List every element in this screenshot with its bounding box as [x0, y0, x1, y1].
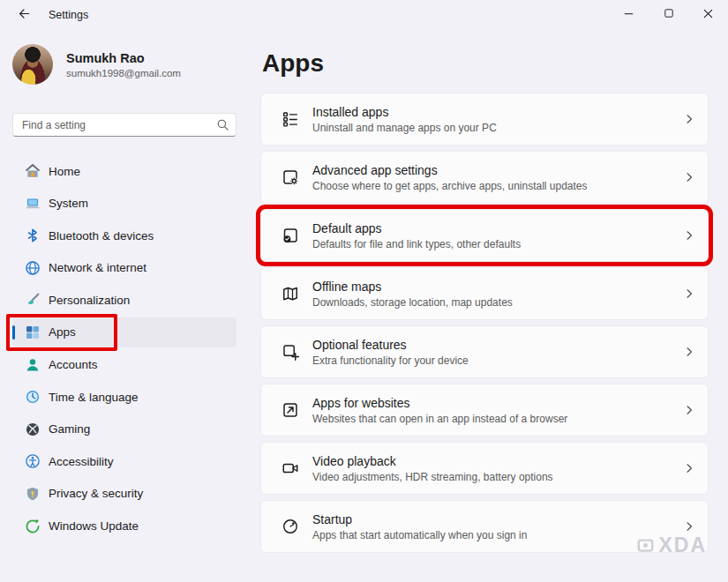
sidebar-item-network-internet[interactable]: Network & internet [12, 253, 236, 283]
sidebar-item-time-language[interactable]: Time & language [12, 382, 236, 412]
window-title: Settings [49, 9, 88, 21]
sidebar-nav: Home System Bluetooth & devices Network … [12, 156, 236, 541]
back-button[interactable] [11, 4, 36, 26]
card-subtitle: Defaults for file and link types, other … [312, 238, 671, 250]
user-profile[interactable]: Sumukh Rao sumukh1998@gmail.com [12, 44, 236, 85]
card-title: Optional features [312, 338, 671, 352]
card-title: Offline maps [312, 280, 671, 294]
card-installed-apps[interactable]: Installed apps Uninstall and manage apps… [260, 93, 709, 146]
sidebar-item-gaming[interactable]: Gaming [12, 414, 236, 444]
sidebar-item-label: Network & internet [49, 261, 146, 274]
card-title: Startup [312, 512, 671, 526]
card-subtitle: Websites that can open in an app instead… [312, 413, 671, 425]
card-video-playback[interactable]: Video playback Video adjustments, HDR st… [260, 442, 709, 495]
card-text: Default apps Defaults for file and link … [312, 221, 671, 250]
chevron-right-icon [683, 229, 695, 242]
time-language-icon [25, 389, 41, 405]
window-close-button[interactable] [688, 0, 728, 30]
window-maximize-button[interactable] [649, 0, 688, 30]
sidebar-item-windows-update[interactable]: Windows Update [12, 511, 236, 541]
card-title: Advanced app settings [312, 163, 671, 177]
sidebar-item-label: Time & language [49, 391, 139, 404]
optional-features-icon [281, 343, 300, 361]
card-text: Video playback Video adjustments, HDR st… [312, 454, 671, 483]
window-minimize-button[interactable] [609, 0, 649, 30]
sidebar-item-accessibility[interactable]: Accessibility [12, 446, 236, 476]
search-input[interactable] [12, 113, 236, 137]
card-advanced-app-settings[interactable]: Advanced app settings Choose where to ge… [260, 151, 709, 204]
profile-text: Sumukh Rao sumukh1998@gmail.com [66, 51, 181, 78]
card-apps-for-websites[interactable]: Apps for websites Websites that can open… [260, 384, 709, 436]
page-title: Apps [262, 48, 709, 78]
advanced-app-settings-icon [281, 168, 300, 186]
sidebar-item-personalization[interactable]: Personalization [12, 285, 236, 315]
apps-icon [25, 325, 41, 340]
card-text: Optional features Extra functionality fo… [312, 338, 671, 367]
installed-apps-icon [281, 110, 300, 128]
chevron-right-icon [683, 462, 695, 474]
card-default-apps[interactable]: Default apps Defaults for file and link … [260, 209, 709, 262]
sidebar-item-apps[interactable]: Apps [12, 317, 236, 347]
video-playback-icon [281, 459, 300, 477]
chevron-right-icon [683, 404, 695, 416]
avatar [12, 44, 53, 85]
sidebar-item-label: System [49, 197, 88, 210]
apps-for-websites-icon [281, 401, 300, 419]
sidebar-item-label: Privacy & security [49, 487, 143, 500]
chevron-right-icon [683, 287, 695, 300]
search-box [12, 113, 236, 137]
bluetooth-icon [25, 228, 41, 243]
settings-cards: Installed apps Uninstall and manage apps… [260, 93, 709, 553]
home-icon [25, 163, 41, 179]
card-text: Apps for websites Websites that can open… [312, 396, 671, 425]
window-controls [609, 0, 728, 30]
card-subtitle: Uninstall and manage apps on your PC [312, 122, 671, 134]
chevron-right-icon [683, 520, 695, 533]
sidebar-item-accounts[interactable]: Accounts [12, 350, 236, 380]
sidebar-item-bluetooth-devices[interactable]: Bluetooth & devices [12, 220, 236, 250]
personalization-icon [25, 292, 41, 308]
sidebar-item-label: Accessibility [49, 455, 114, 468]
xda-logo-icon [636, 537, 655, 554]
chevron-right-icon [683, 113, 695, 125]
card-title: Apps for websites [312, 396, 671, 410]
titlebar: Settings [0, 0, 728, 30]
back-icon [18, 7, 31, 24]
user-email: sumukh1998@gmail.com [66, 68, 181, 78]
card-subtitle: Apps that start automatically when you s… [312, 529, 671, 541]
minimize-icon [622, 7, 635, 24]
sidebar-item-system[interactable]: System [12, 189, 236, 219]
xda-watermark: XDA [636, 534, 707, 557]
sidebar-item-home[interactable]: Home [12, 156, 236, 186]
sidebar-item-label: Apps [49, 325, 76, 339]
card-subtitle: Downloads, storage location, map updates [312, 296, 671, 309]
user-name: Sumukh Rao [66, 51, 181, 65]
sidebar-item-label: Windows Update [49, 519, 139, 533]
watermark-text: XDA [658, 534, 707, 557]
card-title: Default apps [312, 221, 671, 235]
card-offline-maps[interactable]: Offline maps Downloads, storage location… [260, 267, 709, 320]
card-text: Advanced app settings Choose where to ge… [312, 163, 671, 192]
card-text: Offline maps Downloads, storage location… [312, 280, 671, 309]
gaming-icon [25, 422, 41, 437]
sidebar-item-label: Personalization [49, 294, 130, 307]
network-icon [25, 260, 41, 276]
card-title: Installed apps [312, 105, 671, 119]
card-text: Startup Apps that start automatically wh… [312, 512, 671, 541]
card-optional-features[interactable]: Optional features Extra functionality fo… [260, 325, 709, 378]
windows-update-icon [25, 519, 41, 534]
main-panel: Apps Installed apps Uninstall and manage… [249, 30, 728, 582]
close-icon [702, 7, 715, 24]
card-title: Video playback [312, 454, 671, 468]
card-subtitle: Extra functionality for your device [312, 354, 671, 367]
card-text: Installed apps Uninstall and manage apps… [312, 105, 671, 134]
sidebar-item-label: Accounts [49, 358, 98, 371]
sidebar-item-label: Gaming [49, 422, 90, 436]
default-apps-icon [281, 227, 300, 244]
startup-icon [281, 518, 300, 535]
search-icon [216, 118, 229, 131]
settings-layout: Sumukh Rao sumukh1998@gmail.com Home Sys… [0, 30, 728, 582]
system-icon [25, 196, 41, 212]
sidebar-item-privacy-security[interactable]: Privacy & security [12, 479, 236, 509]
sidebar-item-label: Bluetooth & devices [49, 229, 154, 242]
